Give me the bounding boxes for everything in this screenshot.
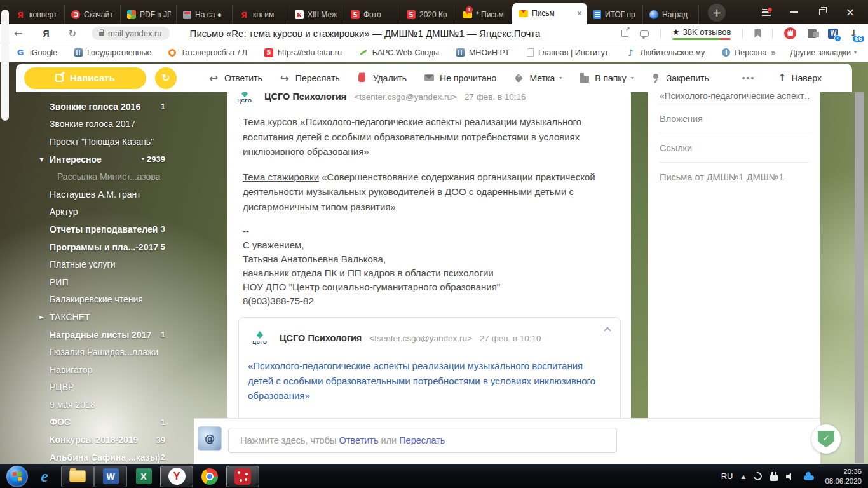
browser-tab[interactable]: Письм × <box>512 3 587 24</box>
chrome-taskbar-button[interactable] <box>193 466 226 487</box>
browser-tab[interactable]: Скачайт <box>65 5 121 24</box>
tab-close-icon[interactable]: × <box>577 8 582 18</box>
mail-action-button[interactable]: Переслать <box>278 72 340 84</box>
folder-item[interactable]: Арктур <box>50 203 165 221</box>
browser-tab[interactable]: 1 * Письм <box>456 5 512 24</box>
browser-tab[interactable]: К XIII Меж <box>288 5 344 24</box>
browser-tab[interactable]: PDF в JP <box>121 5 177 24</box>
tray-app-icon[interactable] <box>752 471 764 482</box>
sender-name[interactable]: ЦСГО Психология <box>280 333 362 343</box>
scrollbar-track[interactable] <box>855 92 864 463</box>
mail-action-button[interactable]: Метка ▾ <box>512 72 562 84</box>
browser-tab[interactable]: На са ● <box>177 5 233 24</box>
bookmark-item[interactable]: 5 https://edu.tatar.ru <box>264 48 342 57</box>
word-taskbar-button[interactable]: W <box>94 466 127 487</box>
info-panel-item[interactable]: Письма от ДМШ№1 ДМШ№1 <box>660 162 809 191</box>
word-extension-icon[interactable]: W✓ <box>828 29 838 39</box>
folder-item[interactable]: РИП <box>50 273 165 291</box>
cloud-sync-icon[interactable] <box>804 475 814 480</box>
new-tab-button[interactable]: + <box>708 4 726 22</box>
folder-item[interactable]: ► ТАКСНЕТ <box>50 308 165 326</box>
folder-item[interactable]: Конкурсы 2018-2019 39 <box>50 431 165 449</box>
topic-internship-link[interactable]: Тема стажировки <box>243 172 319 182</box>
folder-item[interactable]: Рассылка Минист...азова <box>50 168 165 186</box>
folder-item[interactable]: ▼ Интересное • 2939 <box>50 151 165 168</box>
volume-icon[interactable] <box>786 473 796 480</box>
scrollbar-thumb[interactable] <box>1 10 9 121</box>
info-panel-item[interactable]: Ссылки <box>660 133 809 162</box>
restore-button[interactable] <box>808 0 836 24</box>
safely-remove-icon[interactable] <box>770 475 778 481</box>
start-button[interactable] <box>6 466 28 487</box>
share-icon[interactable] <box>621 30 628 37</box>
mail-action-button[interactable]: Ответить <box>207 72 262 84</box>
folder-item[interactable]: Отчеты преподавателей 3 <box>50 220 165 238</box>
downloads-button[interactable]: ↓66 <box>850 28 858 39</box>
folder-item[interactable]: Навигатор <box>50 361 165 379</box>
browser-tab[interactable]: 5 2020 Ко <box>400 5 456 24</box>
bookmark-item[interactable]: БАРС.Web-Своды <box>359 48 439 57</box>
ie-taskbar-button[interactable]: e <box>28 466 61 487</box>
adguard-assistant-button[interactable]: ✓ <box>811 424 841 454</box>
folder-item[interactable]: Платные услуги <box>50 255 165 273</box>
yandex-browser-taskbar-button[interactable]: Y <box>160 466 193 487</box>
bookmark-item[interactable]: МНОиН РТ <box>456 48 510 57</box>
folder-item[interactable]: Проект "Поющая Казань" <box>50 133 165 151</box>
compose-button[interactable]: Написать <box>24 67 146 89</box>
bookmark-item[interactable]: ♪ Любительское му <box>625 48 705 58</box>
browser-tab[interactable]: 5 Фото <box>344 5 400 24</box>
info-panel-item[interactable]: Вложения <box>660 104 809 133</box>
other-bookmarks-button[interactable]: Другие закладки ▾ <box>790 48 857 57</box>
folder-item[interactable]: Звонкие голоса 2016 1 <box>50 98 165 116</box>
sender-name[interactable]: ЦСГО Психология <box>264 92 346 102</box>
reply-link[interactable]: Ответить <box>339 435 378 445</box>
yandex-logo-icon[interactable]: Я <box>43 29 49 39</box>
tray-expand-icon[interactable]: ▲ <box>742 473 746 480</box>
close-button[interactable]: × <box>836 0 864 24</box>
mail-action-button[interactable]: ••• <box>725 72 756 84</box>
check-mail-button[interactable]: ↻ <box>155 67 177 89</box>
forward-link[interactable]: Переслать <box>399 435 445 445</box>
excel-taskbar-button[interactable]: X <box>127 466 160 487</box>
folder-item[interactable]: 9 мая 2018 <box>50 396 165 414</box>
browser-tab[interactable]: Я кгк им <box>233 5 288 24</box>
folder-item[interactable]: Наградные листы 2017 1 <box>50 326 165 344</box>
bookmark-item[interactable]: Персона <box>722 48 766 57</box>
r7-app-taskbar-button[interactable] <box>226 466 259 487</box>
extension-icon[interactable] <box>808 29 817 38</box>
browser-tab[interactable]: Наград <box>643 5 699 24</box>
site-reviews-widget[interactable]: ★ 38K отзывов <box>672 27 731 40</box>
tray-clock[interactable]: 20:36 08.06.2020 <box>825 467 862 486</box>
folder-item[interactable]: Настаушев А.М. грант <box>50 186 165 203</box>
folder-item[interactable]: РЦВР <box>50 379 165 396</box>
refresh-button[interactable]: ↻ <box>68 28 76 39</box>
bookmark-item[interactable]: G iGoogle <box>15 48 57 58</box>
folder-item[interactable]: Балакиревские чтения <box>50 291 165 309</box>
quick-reply-input[interactable]: Нажмите здесь, чтобы Ответить или Пересл… <box>228 428 617 453</box>
language-indicator[interactable]: RU <box>721 471 733 481</box>
info-panel-item[interactable]: «Психолого-педагогические аспект… <box>660 92 809 104</box>
mail-action-button[interactable]: В папку ▾ <box>578 72 633 84</box>
url-pill[interactable]: mail.yandex.ru <box>92 27 170 40</box>
topic-courses-link[interactable]: Тема курсов <box>243 116 297 127</box>
mail-action-button[interactable]: Удалить <box>356 72 407 84</box>
mail-action-button[interactable]: Закрепить <box>649 72 709 84</box>
folder-item[interactable]: Программы и пла...-2017 5 <box>50 238 165 256</box>
explorer-taskbar-button[interactable] <box>61 466 94 487</box>
browser-menu-button[interactable] <box>752 0 780 24</box>
mail-action-button[interactable]: Не прочитано <box>423 72 496 84</box>
bookmarks-overflow-icon[interactable]: » <box>771 48 776 58</box>
adblock-hand-icon[interactable] <box>784 27 796 39</box>
browser-tab[interactable]: Я конверт <box>9 5 65 24</box>
bookmark-item[interactable]: Государственные <box>74 48 151 57</box>
comments-icon[interactable] <box>640 30 649 37</box>
folder-item[interactable]: Гюзалия Рашидов...ллажи <box>50 343 165 361</box>
folder-item[interactable]: Звонкие голоса 2017 <box>50 116 165 133</box>
bookmark-item[interactable]: Главная | Институт <box>527 48 608 57</box>
browser-tab[interactable]: ИТОГ пр <box>587 5 643 24</box>
folder-expand-icon[interactable]: ► <box>39 314 44 320</box>
bookmark-icon[interactable] <box>754 29 761 38</box>
scroll-to-top-button[interactable]: ↑ Наверх <box>778 72 822 84</box>
minimize-button[interactable] <box>780 0 808 24</box>
folder-expand-icon[interactable]: ▼ <box>39 156 44 163</box>
